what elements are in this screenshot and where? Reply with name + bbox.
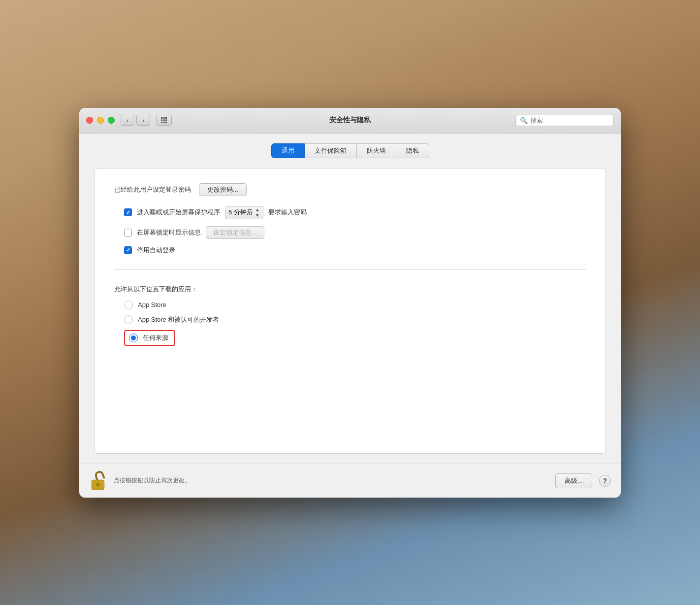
nav-buttons: ‹ ›: [121, 115, 150, 126]
autologin-option-row: ✓ 停用自动登录: [114, 246, 586, 255]
back-button[interactable]: ‹: [121, 115, 134, 126]
lock-info-button[interactable]: 设定锁定信息...: [206, 226, 264, 239]
help-button[interactable]: ?: [599, 475, 611, 487]
tab-bar: 通用 文件保险箱 防火墙 隐私: [94, 143, 606, 158]
sleep-time-value: 5 分钟后: [228, 208, 253, 217]
advanced-button[interactable]: 高级...: [555, 473, 592, 488]
sleep-checkbox[interactable]: ✓: [124, 208, 132, 216]
traffic-lights: [86, 117, 115, 124]
svg-rect-8: [165, 122, 167, 123]
svg-rect-5: [165, 120, 167, 121]
footer-text: 点按锁按钮以防止再次更改。: [114, 476, 548, 485]
anywhere-radio[interactable]: [129, 334, 138, 342]
allow-apps-label: 允许从以下位置下载的应用：: [114, 285, 586, 294]
anywhere-label: 任何来源: [143, 334, 168, 342]
settings-panel: 已经给此用户设定登录密码 更改密码... ✓ 进入睡眠或开始屏幕保护程序 5 分…: [94, 168, 606, 454]
anywhere-highlight-box: 任何来源: [124, 330, 175, 346]
svg-rect-7: [163, 122, 165, 123]
tab-filevault[interactable]: 文件保险箱: [305, 143, 357, 158]
footer: 点按锁按钮以防止再次更改。 高级... ?: [79, 464, 621, 498]
svg-rect-1: [163, 117, 165, 119]
sleep-option-row: ✓ 进入睡眠或开始屏幕保护程序 5 分钟后 ▲ ▼ 要求输入密码: [114, 206, 586, 219]
appstore-dev-option-row: App Store 和被认可的开发者: [124, 315, 586, 324]
maximize-button[interactable]: [108, 117, 115, 124]
window-title: 安全性与隐私: [329, 116, 371, 125]
main-window: ‹ › 安全性与隐私 🔍 通用 文件保险箱: [79, 108, 621, 498]
svg-rect-3: [161, 120, 162, 121]
screen-lock-label: 在屏幕锁定时显示信息: [137, 228, 201, 237]
search-input[interactable]: [530, 117, 609, 124]
appstore-dev-radio[interactable]: [124, 315, 133, 324]
grid-button[interactable]: [156, 115, 172, 126]
lock-icon: [89, 471, 107, 491]
titlebar: ‹ › 安全性与隐私 🔍: [79, 108, 621, 134]
svg-rect-12: [97, 484, 99, 487]
sleep-time-selector[interactable]: 5 分钟后 ▲ ▼: [225, 206, 263, 219]
content-area: 通用 文件保险箱 防火墙 隐私 已经给此用户设定登录密码 更改密码... ✓ 进…: [79, 134, 621, 464]
close-button[interactable]: [86, 117, 93, 124]
minimize-button[interactable]: [97, 117, 104, 124]
tab-privacy[interactable]: 隐私: [396, 143, 429, 158]
tab-general[interactable]: 通用: [271, 143, 305, 158]
time-arrows: ▲ ▼: [255, 207, 260, 218]
autologin-label: 停用自动登录: [137, 246, 175, 255]
section-divider: [114, 269, 586, 270]
screen-lock-option-row: 在屏幕锁定时显示信息 设定锁定信息...: [114, 226, 586, 239]
password-label: 已经给此用户设定登录密码: [114, 185, 191, 194]
appstore-label: App Store: [138, 301, 166, 308]
require-password-label: 要求输入密码: [268, 208, 307, 217]
anywhere-option-row: 任何来源: [124, 330, 586, 346]
svg-rect-6: [161, 122, 162, 123]
autologin-checkbox[interactable]: ✓: [124, 246, 132, 254]
search-icon: 🔍: [520, 117, 528, 124]
screen-lock-checkbox[interactable]: [124, 229, 132, 236]
svg-rect-0: [161, 117, 162, 119]
svg-rect-4: [163, 120, 165, 121]
change-password-button[interactable]: 更改密码...: [199, 183, 247, 196]
search-box[interactable]: 🔍: [515, 115, 614, 126]
appstore-option-row: App Store: [124, 301, 586, 309]
tab-firewall[interactable]: 防火墙: [357, 143, 396, 158]
sleep-option-label: 进入睡眠或开始屏幕保护程序: [137, 208, 220, 217]
radio-group: App Store App Store 和被认可的开发者 任何来源: [114, 301, 586, 346]
forward-button[interactable]: ›: [136, 115, 150, 126]
appstore-dev-label: App Store 和被认可的开发者: [138, 315, 219, 324]
svg-rect-2: [165, 117, 167, 119]
password-row: 已经给此用户设定登录密码 更改密码...: [114, 183, 586, 196]
appstore-radio[interactable]: [124, 301, 133, 309]
